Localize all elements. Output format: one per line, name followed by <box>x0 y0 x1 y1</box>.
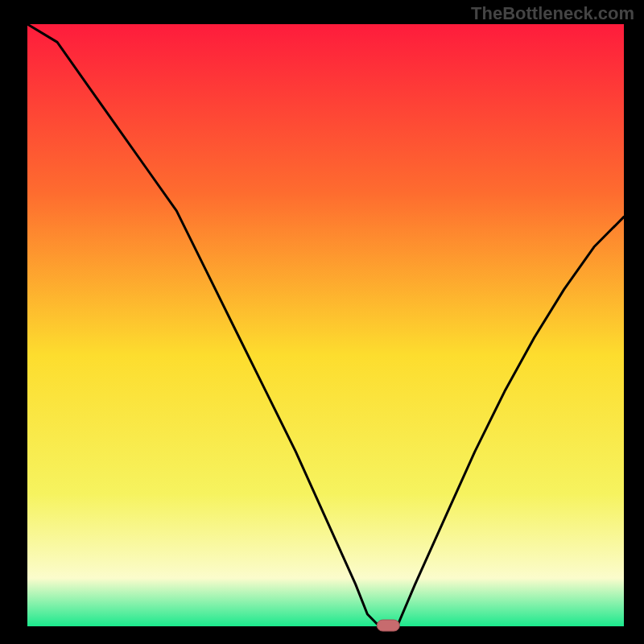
bottleneck-chart <box>0 0 644 644</box>
plot-background <box>27 24 624 626</box>
min-marker <box>377 620 399 631</box>
watermark-label: TheBottleneck.com <box>471 3 634 24</box>
chart-container: TheBottleneck.com <box>0 0 644 644</box>
